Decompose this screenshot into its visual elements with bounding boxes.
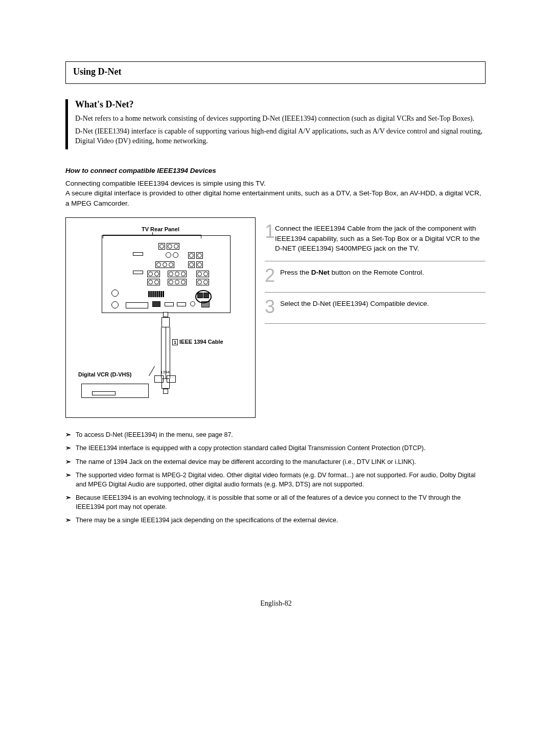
step-text: Select the D-Net (IEEE1394) Compatible d… (280, 298, 429, 316)
connection-diagram: TV Rear Panel (65, 217, 256, 418)
note-item: ➣The name of 1394 Jack on the external d… (65, 457, 486, 466)
note-item: ➣The IEEE1394 interface is equipped with… (65, 443, 486, 453)
step-number: 1 (265, 223, 275, 254)
note-text: The IEEE1394 interface is equipped with … (76, 443, 425, 453)
note-item: ➣The supported video format is MPEG-2 Di… (65, 471, 486, 489)
note-item: ➣Because IEEE1394 is an evolving technol… (65, 493, 486, 512)
section-paragraph-2: D-Net (IEEE1394) interface is capable of… (75, 127, 486, 146)
section-accent-bar (65, 99, 68, 149)
section-what-is-dnet: What's D-Net? D-Net refers to a home net… (65, 99, 486, 149)
vcr-ports: 1394 (148, 370, 182, 390)
step-text: Press the D-Net button on the Remote Con… (280, 266, 424, 285)
howto-heading: How to connect compatible IEEE1394 Devic… (65, 167, 486, 174)
section-paragraph-1: D-Net refers to a home network consistin… (75, 114, 486, 124)
note-text: The supported video format is MPEG-2 Dig… (76, 471, 486, 489)
step-1: 1 Connect the IEEE1394 Cable from the ja… (265, 217, 486, 261)
note-text: There may be a single IEEE1394 jack depe… (76, 516, 338, 525)
vcr-label: Digital VCR (D-VHS) (78, 371, 132, 377)
cable-label: 1IEEE 1394 Cable (172, 339, 223, 345)
section-heading: What's D-Net? (75, 99, 486, 110)
note-bullet-icon: ➣ (65, 457, 76, 466)
howto-intro: Connecting compatible IEEE1394 devices i… (65, 179, 486, 209)
diagram-panel-title: TV Rear Panel (66, 226, 255, 232)
note-text: The name of 1394 Jack on the external de… (76, 457, 416, 466)
tv-rear-panel (102, 235, 231, 313)
note-bullet-icon: ➣ (65, 493, 76, 512)
note-item: ➣There may be a single IEEE1394 jack dep… (65, 516, 486, 525)
note-text: Because IEEE1394 is an evolving technolo… (76, 493, 486, 512)
note-bullet-icon: ➣ (65, 443, 76, 453)
notes-list: ➣To access D-Net (IEEE1394) in the menu,… (65, 430, 486, 525)
step-3: 3 Select the D-Net (IEEE1394) Compatible… (265, 292, 486, 324)
step-number: 3 (265, 298, 280, 316)
step-number: 2 (265, 266, 280, 285)
step-2: 2 Press the D-Net button on the Remote C… (265, 261, 486, 292)
step-text: Connect the IEEE1394 Cable from the jack… (275, 223, 486, 254)
note-item: ➣To access D-Net (IEEE1394) in the menu,… (65, 430, 486, 439)
note-bullet-icon: ➣ (65, 471, 76, 489)
note-bullet-icon: ➣ (65, 516, 76, 525)
page-number: English-82 (0, 599, 552, 608)
page-title: Using D-Net (65, 61, 486, 84)
note-bullet-icon: ➣ (65, 430, 76, 439)
steps-list: 1 Connect the IEEE1394 Cable from the ja… (265, 217, 486, 324)
vcr-body (81, 384, 149, 398)
note-text: To access D-Net (IEEE1394) in the menu, … (76, 430, 233, 439)
